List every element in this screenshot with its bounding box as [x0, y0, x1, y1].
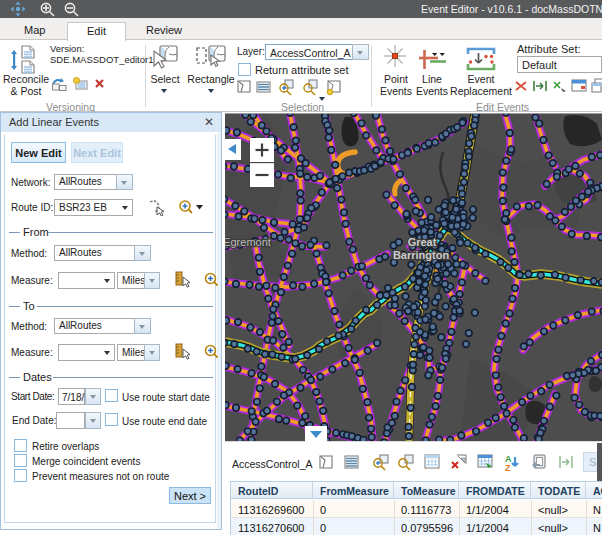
svg-text:Barrington: Barrington	[393, 249, 450, 261]
svg-text:Egremont: Egremont	[225, 236, 271, 248]
svg-text:Z: Z	[505, 463, 511, 472]
svg-text:Great: Great	[408, 236, 437, 248]
